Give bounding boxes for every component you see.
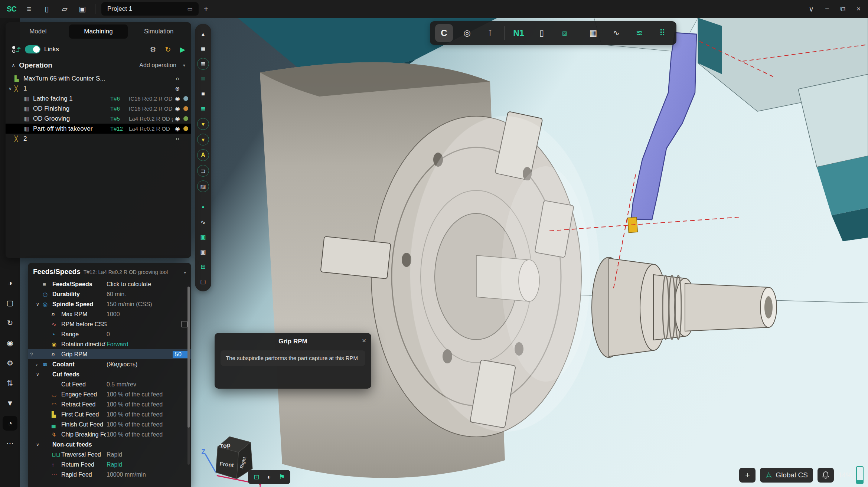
- row-non-cut-feeds-group[interactable]: ∨ Non-cut feeds: [28, 439, 191, 450]
- turret-tool-icon[interactable]: ≣: [198, 43, 209, 54]
- rotate-icon[interactable]: ↻: [3, 316, 17, 330]
- row-grip-rpm[interactable]: ? n Grip RPM 50: [28, 349, 191, 359]
- row-value[interactable]: Rapid: [107, 451, 187, 458]
- row-coolant[interactable]: › ≋ Coolant (Жидкость): [28, 359, 191, 369]
- shaded-view-icon[interactable]: ◐: [264, 471, 275, 483]
- transfer-arrows-icon[interactable]: ⇅: [3, 376, 17, 390]
- row-value[interactable]: 0.5 mm/rev: [107, 381, 187, 388]
- row-cut-feed[interactable]: — Cut Feed 0.5 mm/rev: [28, 379, 191, 389]
- collapse-strip-chevron-icon[interactable]: ▴: [198, 28, 209, 39]
- row-retract-feed[interactable]: ◠ Retract Feed 100 % of the cut feed: [28, 399, 191, 409]
- row-rapid-feed[interactable]: ⋯ Rapid Feed 10000 mm/min: [28, 470, 191, 480]
- waveform-icon[interactable]: ∿: [607, 24, 625, 42]
- app-logo[interactable]: SC: [3, 5, 20, 13]
- row-chevron-icon[interactable]: ∨: [36, 372, 43, 377]
- point-icon[interactable]: •: [198, 202, 209, 213]
- small-turret-green-icon[interactable]: ≣: [198, 73, 209, 85]
- layers-icon[interactable]: ≋: [630, 24, 648, 42]
- strip-divider[interactable]: [198, 197, 208, 197]
- row-traversal-feed[interactable]: ⊔⊔ Traversal Feed Rapid: [28, 450, 191, 460]
- row-value[interactable]: Forward: [107, 341, 187, 348]
- row-spindle-speed[interactable]: ∨ ◎ Spindle Speed 150 m/min (CSS): [28, 299, 191, 309]
- gcode-n1-icon[interactable]: N1: [510, 24, 528, 42]
- feeds-scrollbar[interactable]: [187, 287, 190, 465]
- row-range[interactable]: ◔ Range 0: [28, 329, 191, 339]
- tree-machine[interactable]: ▙ MaxTurn 65 with Counter S... ○: [6, 73, 191, 84]
- add-operation-button[interactable]: Add operation: [139, 62, 176, 69]
- row-value[interactable]: (Жидкость): [107, 361, 187, 368]
- tree-state-radio[interactable]: ◉: [173, 105, 182, 112]
- drill-bit-icon[interactable]: ▾: [197, 134, 209, 146]
- stats-icon[interactable]: ⠿: [653, 24, 671, 42]
- caliper-icon[interactable]: ⊺: [481, 24, 499, 42]
- row-value[interactable]: [181, 321, 187, 327]
- tool-selector[interactable]: T#12: La4 Re0.2 R OD grooving tool: [84, 269, 181, 275]
- play-button[interactable]: ▶: [180, 45, 185, 54]
- calculator-icon[interactable]: ▦: [584, 24, 602, 42]
- tab-simulation[interactable]: Simulation: [129, 24, 188, 39]
- row-value[interactable]: 10000 mm/min: [107, 471, 187, 478]
- tree-state-radio[interactable]: ⊜: [173, 85, 182, 92]
- surface-green-icon[interactable]: ▣: [198, 231, 209, 242]
- row-value[interactable]: 50: [173, 351, 187, 358]
- tree-setup-2[interactable]: ╳ 2 ○: [6, 134, 191, 144]
- row-chevron-icon[interactable]: ∨: [36, 442, 43, 447]
- row-durability[interactable]: ◷ Durability 60 min.: [28, 289, 191, 299]
- row-value[interactable]: 150 m/min (CSS): [107, 301, 187, 308]
- tree-state-radio[interactable]: ◉: [173, 115, 182, 122]
- hamburger-menu-icon[interactable]: ≡: [20, 5, 38, 13]
- row-feeds-speeds[interactable]: ≡ Feeds/Speeds Click to calculate: [28, 279, 191, 289]
- workspace-chevron-icon[interactable]: ∨: [809, 5, 814, 13]
- scrollbar-thumb[interactable]: [187, 287, 190, 428]
- global-cs-button[interactable]: Global CS: [760, 468, 813, 483]
- feeds-gauge-icon[interactable]: ◔: [3, 416, 17, 431]
- surface-point-icon[interactable]: ▢: [198, 276, 209, 287]
- settings-gear-icon[interactable]: ⚙: [3, 356, 17, 370]
- dialog-close-icon[interactable]: ×: [362, 337, 366, 345]
- snap-magnet-icon[interactable]: C: [435, 24, 453, 42]
- tree-setup-1[interactable]: ∨ ╳ 1 ⊜: [6, 84, 191, 94]
- row-value[interactable]: 0: [107, 331, 187, 338]
- row-finish-cut-feed[interactable]: ▄ Finish Cut Feed 100 % of the cut feed: [28, 419, 191, 429]
- notifications-button[interactable]: [818, 468, 834, 483]
- row-chevron-icon[interactable]: ›: [36, 362, 43, 367]
- flag-tool-icon[interactable]: ⚑: [276, 471, 287, 483]
- tree-state-radio[interactable]: ◉: [173, 95, 182, 102]
- green-stack-icon[interactable]: ≣: [198, 103, 209, 114]
- help-icon[interactable]: ?: [30, 352, 33, 357]
- surface-gray-icon[interactable]: ▣: [198, 246, 209, 257]
- row-value[interactable]: 100 % of the cut feed: [107, 431, 187, 438]
- row-value[interactable]: Click to calculate: [107, 281, 187, 288]
- fit-view-icon[interactable]: ⊡: [251, 471, 262, 483]
- row-value[interactable]: 100 % of the cut feed: [107, 391, 187, 398]
- row-chevron-icon[interactable]: ∨: [36, 302, 43, 307]
- row-value[interactable]: 1000: [107, 311, 187, 318]
- collapse-chevron-icon[interactable]: ∧: [12, 62, 15, 68]
- new-tab-button[interactable]: +: [199, 4, 213, 14]
- tree-op-part-off[interactable]: ▥ Part-off with takeover T#12 La4 Re0.2 …: [6, 124, 191, 134]
- tree-state-radio[interactable]: ○: [173, 75, 182, 82]
- new-file-icon[interactable]: ▯: [38, 4, 56, 13]
- tree-op-lathe-facing[interactable]: ▥ Lathe facing 1 T#6 IC16 Re0.2 R OD ◉: [6, 94, 191, 104]
- links-toggle[interactable]: [25, 45, 40, 53]
- square-stock-icon[interactable]: ■: [198, 88, 209, 99]
- tool-selector-chevron-icon[interactable]: ▾: [184, 270, 186, 275]
- row-first-cut-feed[interactable]: ▙ First Cut Feed 100 % of the cut feed: [28, 409, 191, 419]
- row-rotation-direction[interactable]: ◉ Rotation direction ↺ Forward: [28, 339, 191, 349]
- save-icon[interactable]: ▣: [74, 4, 91, 13]
- tab-model[interactable]: Model: [9, 24, 68, 39]
- row-value[interactable]: 100 % of the cut feed: [107, 401, 187, 408]
- row-value[interactable]: 60 min.: [107, 291, 187, 298]
- control-panel-icon[interactable]: ▯: [533, 24, 551, 42]
- project-tab[interactable]: Project 1 ▭: [101, 2, 199, 16]
- row-value[interactable]: Rapid: [107, 461, 187, 468]
- compass-icon[interactable]: ◉: [3, 336, 17, 350]
- sync-icon[interactable]: ↻: [165, 45, 171, 54]
- selection-dashed-icon[interactable]: ▢: [3, 295, 17, 310]
- drill-tool-icon[interactable]: ▼: [3, 396, 17, 411]
- letters-tool-icon[interactable]: A: [197, 149, 209, 161]
- insert-tool-icon[interactable]: ▾: [197, 118, 209, 130]
- tab-machining[interactable]: Machining: [69, 24, 128, 39]
- toolbar-separator[interactable]: [579, 26, 579, 40]
- tree-op-od-finishing[interactable]: ▥ OD Finishing T#6 IC16 Re0.2 R OD ◉: [6, 104, 191, 114]
